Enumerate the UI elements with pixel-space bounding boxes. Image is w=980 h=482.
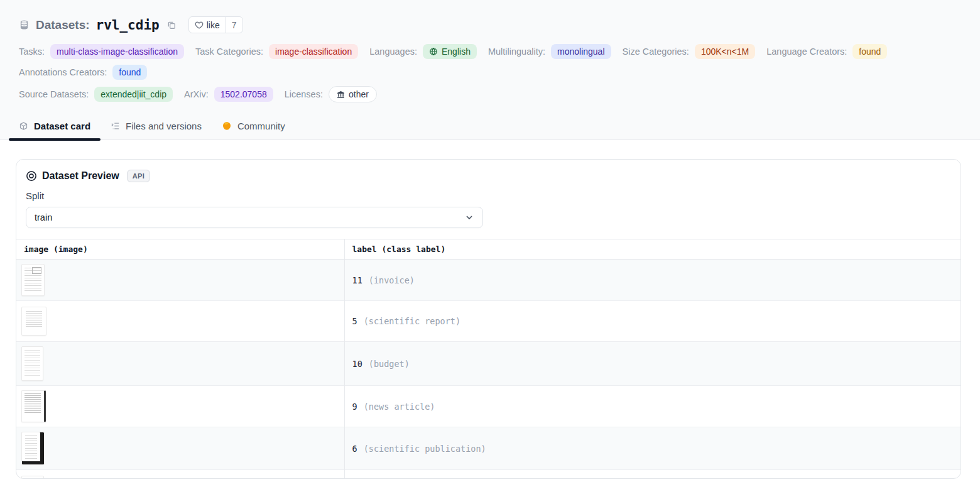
label-id: 9 [352,402,357,412]
preview-head: Dataset Preview API Split train [16,160,961,228]
label-text: (news article) [364,402,435,412]
label-cell: 10(budget) [344,342,961,386]
table-row: 11(invoice) [16,260,961,301]
preview-title: Dataset Preview [42,170,119,182]
label-text: (invoice) [369,275,415,285]
tag-found[interactable]: found [112,65,147,80]
chevron-down-icon [464,212,474,222]
tag-label: 1502.07058 [220,89,267,100]
document-thumbnail-budget [21,346,43,381]
tag-label: image-classification [275,46,352,57]
tab-label: Dataset card [34,121,90,131]
tag-group-label: Tasks: [19,47,45,57]
heart-icon [195,21,204,30]
tab-community[interactable]: Community [212,115,295,140]
like-button[interactable]: like 7 [188,16,243,33]
document-thumbnail-scientific-report [21,307,46,336]
tag-found[interactable]: found [852,44,887,59]
label-cell: 11(invoice) [344,260,961,301]
dataset-preview-card: Dataset Preview API Split train image (i… [16,159,961,479]
tag-group-tasks: Tasks:multi-class-image-classification [19,44,184,59]
split-select[interactable]: train [26,207,483,228]
image-cell [16,386,344,427]
community-icon [222,121,232,131]
label-text: (scientific publication) [364,444,486,454]
dataset-card-icon [19,121,28,131]
license-icon [337,90,345,99]
api-badge-button[interactable]: API [127,170,151,182]
tag-group-label: Annotations Creators: [19,67,107,77]
like-label: like [207,20,220,30]
tab-bar: Dataset cardFiles and versionsCommunity [9,115,961,140]
dataset-name: rvl_cdip [96,18,160,33]
column-header-image: image (image) [16,239,344,260]
table-row [16,470,961,479]
split-label: Split [26,190,951,201]
eye-icon [26,170,37,182]
tab-label: Files and versions [126,121,202,131]
tag-group-label: Task Categories: [195,47,263,57]
tag-group-arxiv: ArXiv:1502.07058 [184,87,273,102]
tag-group-licenses: Licenses:other [285,86,377,102]
tag-100k-n-1m[interactable]: 100K<n<1M [695,44,755,59]
tag-multi-class-image-classification[interactable]: multi-class-image-classification [50,44,184,59]
like-count: 7 [226,17,242,33]
tag-extended-iit-cdip[interactable]: extended|iit_cdip [94,87,173,102]
label-cell: 9(news article) [344,386,961,427]
tag-label: found [119,67,141,78]
tag-group-size-categories: Size Categories:100K<n<1M [623,44,756,59]
table-row: 6(scientific publication) [16,427,961,470]
image-cell [16,342,344,386]
image-cell [16,427,344,470]
tab-dataset-card[interactable]: Dataset card [9,115,101,140]
tag-english[interactable]: English [423,44,477,59]
tag-row-2: Source Datasets:extended|iit_cdipArXiv:1… [19,86,961,102]
tag-group-language-creators: Language Creators:found [766,44,887,59]
label-cell: 5(scientific report) [344,301,961,342]
tag-group-label: Languages: [369,47,417,57]
tag-label: extended|iit_cdip [101,89,166,100]
image-cell [16,301,344,342]
document-thumbnail-invoice [21,264,45,296]
tag-group-languages: Languages:English [369,44,477,59]
tag-label: other [349,89,369,100]
document-thumbnail-news-article [21,390,46,422]
table-header-row: image (image) label (class label) [16,239,961,260]
image-cell [16,260,344,301]
tag-other[interactable]: other [329,86,377,102]
database-icon [19,19,30,30]
image-cell [16,470,344,479]
label-cell: 6(scientific publication) [344,427,961,470]
copy-icon[interactable] [166,19,177,31]
label-cell [344,470,961,479]
tab-label: Community [237,121,285,131]
label-id: 11 [352,275,362,285]
tag-group-label: Size Categories: [623,47,689,57]
tag-group-source-datasets: Source Datasets:extended|iit_cdip [19,87,173,102]
tag-group-label: Language Creators: [766,47,847,57]
tag-label: multi-class-image-classification [57,46,178,57]
preview-table: image (image) label (class label) 11(inv… [16,239,961,479]
tag-group-label: Licenses: [285,89,323,99]
files-versions-icon [111,121,120,131]
globe-icon [429,47,438,56]
tag-group-multilinguality: Multilinguality:monolingual [488,44,611,59]
tag-1502-07058[interactable]: 1502.07058 [214,87,273,102]
tag-label: monolingual [557,46,605,57]
label-text: (budget) [369,359,410,369]
main-content: Dataset Preview API Split train image (i… [0,159,980,479]
tag-group-annotations-creators: Annotations Creators:found [19,65,147,80]
tag-label: English [442,46,471,57]
tag-image-classification[interactable]: image-classification [269,44,358,59]
table-row: 9(news article) [16,386,961,427]
tab-files-and-versions[interactable]: Files and versions [101,115,212,140]
tag-group-task-categories: Task Categories:image-classification [195,44,358,59]
tag-group-label: Source Datasets: [19,89,89,99]
tag-label: found [859,46,881,57]
tag-monolingual[interactable]: monolingual [551,44,611,59]
tag-row-1: Tasks:multi-class-image-classificationTa… [19,44,961,80]
split-selected-value: train [35,212,52,222]
table-row: 10(budget) [16,342,961,386]
page-kind-label: Datasets: [36,18,90,32]
dataset-page-header: Datasets: rvl_cdip like 7 Tasks:multi-cl… [0,0,980,140]
